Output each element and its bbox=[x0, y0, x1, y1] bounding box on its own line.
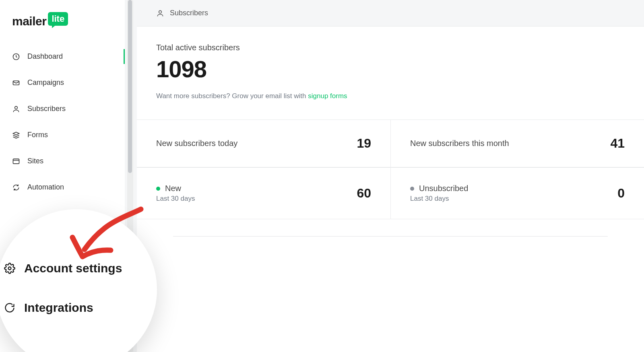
stats-row-1: New subscribers today 19 New subscribers… bbox=[137, 119, 644, 167]
sidebar-item-label: Campaigns bbox=[27, 78, 64, 87]
brand-right: lite bbox=[48, 12, 68, 26]
refresh-icon bbox=[12, 183, 20, 191]
stat-new-today: New subscribers today 19 bbox=[137, 120, 390, 167]
signup-forms-link[interactable]: signup forms bbox=[308, 92, 347, 100]
stat-new-30: New Last 30 days 60 bbox=[137, 168, 390, 219]
layers-icon bbox=[12, 131, 20, 139]
stat-value: 41 bbox=[610, 136, 625, 151]
sidebar-scrollbar-thumb[interactable] bbox=[128, 0, 132, 173]
stat-label: Unsubscribed bbox=[410, 184, 468, 193]
speech-tail-icon bbox=[52, 25, 56, 28]
divider bbox=[173, 236, 608, 237]
content: Total active subscribers 1098 Want more … bbox=[137, 27, 644, 352]
stat-value: 60 bbox=[357, 186, 371, 201]
hero-value: 1098 bbox=[156, 56, 625, 82]
dot-grey-icon bbox=[410, 187, 414, 191]
user-icon bbox=[156, 9, 164, 17]
main: Subscribers Total active subscribers 109… bbox=[137, 0, 644, 352]
svg-rect-3 bbox=[13, 159, 19, 164]
sidebar-item-sites[interactable]: Sites bbox=[0, 148, 125, 174]
stat-label: New subscribers this month bbox=[410, 139, 509, 148]
brand-logo: mailer lite bbox=[0, 14, 125, 43]
svg-point-2 bbox=[15, 106, 18, 109]
svg-point-4 bbox=[159, 10, 162, 13]
sidebar-item-label: Automation bbox=[27, 183, 64, 191]
breadcrumb-label: Subscribers bbox=[170, 9, 208, 17]
stat-label: New bbox=[156, 184, 195, 193]
stat-sublabel: Last 30 days bbox=[410, 195, 468, 203]
sidebar-item-dashboard[interactable]: Dashboard bbox=[0, 43, 125, 70]
sidebar-item-forms[interactable]: Forms bbox=[0, 122, 125, 148]
dot-green-icon bbox=[156, 187, 160, 191]
stats-row-2: New Last 30 days 60 Unsubscribed Last 30… bbox=[137, 167, 644, 219]
sidebar-item-label: Subscribers bbox=[27, 105, 66, 113]
sidebar-item-subscribers[interactable]: Subscribers bbox=[0, 96, 125, 122]
stat-new-month: New subscribers this month 41 bbox=[390, 120, 644, 167]
stat-value: 0 bbox=[617, 186, 625, 201]
sidebar-item-label: Forms bbox=[27, 131, 48, 139]
sidebar-nav: Dashboard Campaigns Subscribers Forms bbox=[0, 43, 125, 200]
mail-icon bbox=[12, 79, 20, 87]
brand-left: mailer bbox=[12, 14, 46, 28]
sidebar-item-automation[interactable]: Automation bbox=[0, 174, 125, 200]
magnifier-item-account-settings[interactable]: Account settings bbox=[0, 261, 157, 275]
sidebar-item-label: Dashboard bbox=[27, 52, 63, 61]
browser-icon bbox=[12, 157, 20, 165]
hero-label: Total active subscribers bbox=[156, 43, 625, 52]
gear-icon bbox=[4, 263, 15, 274]
magnifier-item-integrations[interactable]: Integrations bbox=[0, 301, 157, 315]
stat-label: New subscribers today bbox=[156, 139, 237, 148]
rotate-icon bbox=[4, 302, 15, 313]
stat-value: 19 bbox=[357, 136, 371, 151]
hero-hint: Want more subscribers? Grow your email l… bbox=[156, 92, 625, 100]
stat-sublabel: Last 30 days bbox=[156, 195, 195, 203]
clock-icon bbox=[12, 53, 20, 61]
magnifier-label: Integrations bbox=[24, 301, 93, 315]
sidebar-item-label: Sites bbox=[27, 157, 43, 165]
svg-point-5 bbox=[8, 267, 11, 270]
stat-unsub-30: Unsubscribed Last 30 days 0 bbox=[390, 168, 644, 219]
user-icon bbox=[12, 105, 20, 113]
breadcrumb: Subscribers bbox=[137, 0, 644, 27]
magnifier-label: Account settings bbox=[24, 261, 122, 275]
hero: Total active subscribers 1098 Want more … bbox=[137, 27, 644, 119]
sidebar-item-campaigns[interactable]: Campaigns bbox=[0, 70, 125, 96]
